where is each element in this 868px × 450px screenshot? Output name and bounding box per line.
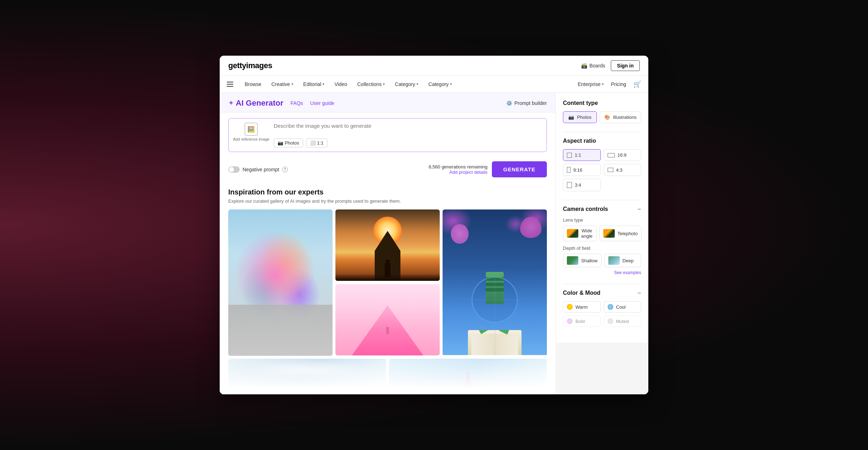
boards-button[interactable]: 🗃️ Boards <box>581 63 605 69</box>
content-type-title: Content type <box>563 100 598 106</box>
image-add-icon: 🖼️ <box>245 123 258 136</box>
nav-pricing[interactable]: Pricing <box>611 81 626 87</box>
generations-count: 8,560 generations remaining <box>429 164 488 170</box>
aspect-ratio-title: Aspect ratio <box>563 138 596 144</box>
add-reference-button[interactable]: 🖼️ Add reference image <box>233 123 269 142</box>
side-panel: Content type 📷 Photos 🎨 Illustrations <box>555 93 648 343</box>
warm-color-button[interactable]: Warm <box>563 301 601 313</box>
chevron-down-icon: ▾ <box>416 82 418 86</box>
chevron-down-icon: ▾ <box>383 82 385 86</box>
nav-video[interactable]: Video <box>334 81 347 87</box>
warm-color-dot <box>567 304 573 310</box>
aspect-ratio-section: Aspect ratio 1:1 16:9 9:16 <box>563 138 641 191</box>
settings-icon: ⚙️ <box>506 100 512 106</box>
ratio-tag-button[interactable]: ⬜ 1:1 <box>306 138 328 147</box>
illustration-icon: 🎨 <box>604 115 610 120</box>
see-examples-link[interactable]: See examples <box>563 270 641 275</box>
color-mood-section: Color & Mood − Warm Cool Bold <box>563 290 641 327</box>
info-icon[interactable]: ? <box>282 167 288 172</box>
chevron-down-icon: ▾ <box>323 82 324 86</box>
gallery-title: Inspiration from our experts <box>228 188 547 196</box>
faqs-link[interactable]: FAQs <box>290 100 303 106</box>
telephoto-button[interactable]: Telephoto <box>599 226 642 241</box>
nav-category1[interactable]: Category ▾ <box>395 81 418 87</box>
deep-thumbnail <box>608 256 620 265</box>
r34-ratio-icon <box>567 182 572 188</box>
lens-type-label: Lens type <box>563 217 641 223</box>
muted-color-dot <box>608 318 613 324</box>
wide-angle-thumbnail <box>567 229 578 238</box>
gallery-item[interactable] <box>228 209 333 356</box>
chevron-down-icon: ▾ <box>450 82 452 86</box>
nav-category2[interactable]: Category ▾ <box>428 81 452 87</box>
illustrations-option[interactable]: 🎨 Illustrations <box>600 111 641 123</box>
logo: gettyimages <box>228 61 272 70</box>
cool-color-button[interactable]: Cool <box>604 301 642 313</box>
negative-prompt-label: Negative prompt <box>243 167 279 172</box>
nav-enterprise[interactable]: Enterprise ▾ <box>578 81 604 87</box>
sign-in-button[interactable]: Sign in <box>611 60 640 71</box>
bold-color-dot <box>567 318 573 324</box>
ratio-4-3-button[interactable]: 4:3 <box>604 164 642 176</box>
r43-ratio-icon <box>608 168 613 172</box>
ratio-9-16-button[interactable]: 9:16 <box>563 164 601 176</box>
camera-controls-section: Camera controls − Lens type Wide angle T… <box>563 206 641 275</box>
gallery-item[interactable] <box>443 209 547 356</box>
nav-creative[interactable]: Creative ▾ <box>271 81 293 87</box>
negative-prompt-toggle[interactable] <box>228 166 240 173</box>
photos-tag-button[interactable]: 📷 Photos <box>274 138 303 147</box>
gallery-item[interactable] <box>335 209 440 281</box>
ai-generator-title: ✦ AI Generator <box>228 98 283 108</box>
ratio-icon: ⬜ <box>310 140 316 146</box>
shallow-thumbnail <box>567 256 578 265</box>
ratio-3-4-button[interactable]: 3:4 <box>563 179 601 191</box>
user-guide-link[interactable]: User guide <box>310 100 334 106</box>
bold-color-button[interactable]: Bold <box>563 315 601 327</box>
collapse-camera-button[interactable]: − <box>637 206 641 212</box>
telephoto-thumbnail <box>603 229 615 238</box>
nav-collections[interactable]: Collections ▾ <box>357 81 385 87</box>
generate-button[interactable]: GENERATE <box>492 161 547 177</box>
nav-browse[interactable]: Browse <box>245 81 261 87</box>
photos-option[interactable]: 📷 Photos <box>563 111 597 123</box>
prompt-input[interactable] <box>274 123 542 135</box>
content-type-section: Content type 📷 Photos 🎨 Illustrations <box>563 100 641 123</box>
nav-editorial[interactable]: Editorial ▾ <box>303 81 325 87</box>
gallery-item[interactable] <box>335 284 440 355</box>
ratio-16-9-button[interactable]: 16:9 <box>604 149 642 161</box>
add-project-link[interactable]: Add project details <box>429 170 488 175</box>
prompt-builder-button[interactable]: ⚙️ Prompt builder <box>506 100 547 106</box>
wide-ratio-icon <box>608 153 615 157</box>
gallery-subtitle: Explore our curated gallery of AI images… <box>228 198 547 204</box>
wide-angle-button[interactable]: Wide angle <box>563 226 597 241</box>
boards-icon: 🗃️ <box>581 63 587 69</box>
hamburger-menu[interactable] <box>227 82 233 87</box>
chevron-down-icon: ▾ <box>291 82 293 86</box>
muted-color-button[interactable]: Muted <box>604 315 642 327</box>
cart-icon[interactable]: 🛒 <box>633 80 641 88</box>
chevron-down-icon: ▾ <box>602 82 604 86</box>
tall-ratio-icon <box>567 167 570 173</box>
depth-field-label: Depth of field <box>563 246 641 251</box>
sparkle-icon: ✦ <box>228 99 234 107</box>
camera-icon: 📷 <box>568 115 574 120</box>
camera-icon: 📷 <box>278 140 283 146</box>
ratio-1-1-button[interactable]: 1:1 <box>563 149 601 161</box>
shallow-button[interactable]: Shallow <box>563 254 602 267</box>
color-mood-title: Color & Mood <box>563 290 600 296</box>
collapse-color-button[interactable]: − <box>637 290 641 296</box>
deep-button[interactable]: Deep <box>604 254 641 267</box>
camera-controls-title: Camera controls <box>563 206 608 212</box>
cool-color-dot <box>608 304 613 310</box>
square-ratio-icon <box>567 153 572 158</box>
